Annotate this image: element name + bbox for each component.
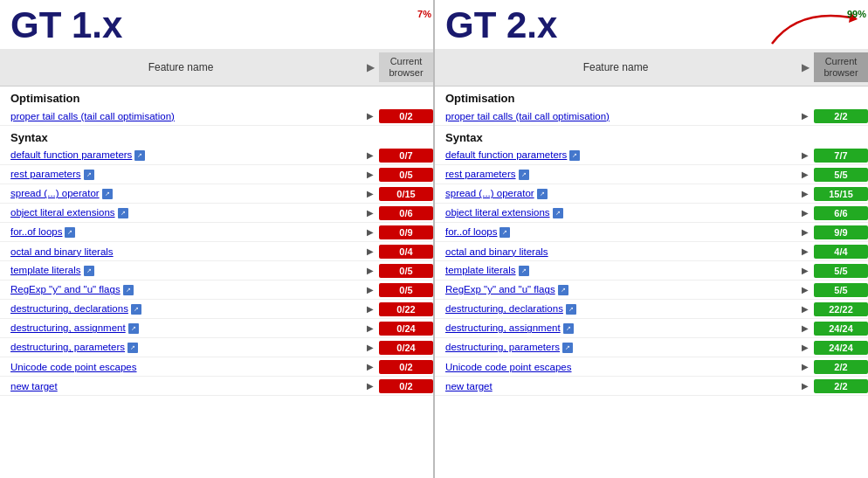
row-arrow-icon: ▶ [796, 189, 814, 198]
feature-label[interactable]: destructuring, declarations↗ [0, 301, 362, 316]
score-badge: 4/4 [814, 245, 868, 259]
table-row[interactable]: destructuring, declarations↗▶22/22 [435, 300, 868, 319]
row-arrow-icon: ▶ [362, 189, 379, 198]
table-row[interactable]: new target▶2/2 [435, 377, 868, 396]
feature-label[interactable]: object literal extensions↗ [0, 205, 362, 220]
feature-label[interactable]: destructuring, declarations↗ [435, 301, 796, 316]
row-arrow-icon: ▶ [796, 227, 814, 237]
right-table-header: Feature name ▶ Current browser [435, 49, 868, 87]
external-link-icon: ↗ [127, 343, 138, 353]
table-row[interactable]: default function parameters↗▶7/7 [435, 146, 868, 165]
table-row[interactable]: template literals↗▶5/5 [435, 261, 868, 281]
table-row[interactable]: octal and binary literals▶0/4 [0, 242, 433, 261]
left-title: GT 1.x [0, 0, 433, 47]
feature-label[interactable]: Unicode code point escapes [0, 360, 362, 374]
score-badge: 0/6 [379, 206, 433, 220]
row-arrow-icon: ▶ [796, 285, 814, 294]
feature-label[interactable]: proper tail calls (tail call optimisatio… [435, 109, 796, 123]
row-arrow-icon: ▶ [796, 150, 814, 160]
feature-label[interactable]: default function parameters↗ [0, 148, 362, 163]
table-row[interactable]: destructuring, assignment↗▶24/24 [435, 319, 868, 338]
table-row[interactable]: Unicode code point escapes▶2/2 [435, 357, 868, 377]
left-arrow-col-header: ▶ [362, 61, 379, 73]
feature-label[interactable]: destructuring, assignment↗ [0, 321, 362, 336]
row-arrow-icon: ▶ [362, 170, 379, 179]
feature-label[interactable]: Unicode code point escapes [435, 360, 796, 374]
table-row[interactable]: new target▶0/2 [0, 377, 433, 396]
feature-label[interactable]: new target [435, 379, 796, 393]
score-badge: 5/5 [814, 283, 868, 297]
feature-label[interactable]: proper tail calls (tail call optimisatio… [0, 109, 362, 123]
score-badge: 5/5 [814, 168, 868, 182]
table-row[interactable]: default function parameters↗▶0/7 [0, 146, 433, 165]
table-row[interactable]: destructuring, parameters↗▶24/24 [435, 338, 868, 357]
feature-label[interactable]: octal and binary literals [0, 245, 362, 259]
table-row[interactable]: destructuring, declarations↗▶0/22 [0, 300, 433, 319]
feature-label[interactable]: template literals↗ [0, 263, 362, 278]
table-row[interactable]: RegExp "y" and "u" flags↗▶0/5 [0, 281, 433, 300]
table-row[interactable]: spread (...) operator↗▶15/15 [435, 184, 868, 204]
table-row[interactable]: template literals↗▶0/5 [0, 261, 433, 281]
external-link-icon: ↗ [519, 170, 529, 180]
table-row[interactable]: rest parameters↗▶5/5 [435, 165, 868, 184]
table-row[interactable]: proper tail calls (tail call optimisatio… [435, 107, 868, 126]
table-row[interactable]: destructuring, parameters↗▶0/24 [0, 338, 433, 357]
table-row[interactable]: spread (...) operator↗▶0/15 [0, 184, 433, 204]
external-link-icon: ↗ [128, 323, 139, 334]
score-badge: 0/5 [379, 264, 433, 278]
external-link-icon: ↗ [519, 266, 529, 276]
row-arrow-icon: ▶ [362, 285, 379, 294]
feature-label[interactable]: default function parameters↗ [435, 148, 796, 163]
external-link-icon: ↗ [566, 304, 576, 315]
feature-label[interactable]: spread (...) operator↗ [0, 186, 362, 201]
table-row[interactable]: rest parameters↗▶0/5 [0, 165, 433, 184]
score-badge: 0/9 [379, 225, 433, 239]
left-table-header: Feature name ▶ Current browser [0, 49, 433, 87]
row-arrow-icon: ▶ [796, 304, 814, 314]
score-badge: 0/22 [379, 302, 433, 316]
right-section-syntax: Syntax [435, 126, 868, 146]
external-link-icon: ↗ [84, 170, 94, 180]
external-link-icon: ↗ [537, 189, 548, 199]
left-section-syntax: Syntax [0, 126, 433, 146]
feature-label[interactable]: rest parameters↗ [435, 167, 796, 182]
score-badge: 2/2 [814, 109, 868, 123]
feature-label[interactable]: RegExp "y" and "u" flags↗ [0, 282, 362, 297]
right-section-optimisation: Optimisation [435, 87, 868, 107]
score-badge: 0/5 [379, 283, 433, 297]
score-badge: 24/24 [814, 341, 868, 355]
score-badge: 0/2 [379, 360, 433, 374]
left-sections: Optimisationproper tail calls (tail call… [0, 87, 433, 396]
table-row[interactable]: destructuring, assignment↗▶0/24 [0, 319, 433, 338]
table-row[interactable]: object literal extensions↗▶0/6 [0, 204, 433, 223]
row-arrow-icon: ▶ [362, 266, 379, 275]
score-badge: 0/7 [379, 149, 433, 163]
feature-label[interactable]: destructuring, parameters↗ [435, 340, 796, 355]
row-arrow-icon: ▶ [362, 381, 379, 391]
feature-label[interactable]: destructuring, assignment↗ [435, 321, 796, 336]
table-row[interactable]: proper tail calls (tail call optimisatio… [0, 107, 433, 126]
feature-label[interactable]: template literals↗ [435, 263, 796, 278]
external-link-icon: ↗ [499, 227, 510, 238]
score-badge: 0/4 [379, 245, 433, 259]
table-row[interactable]: object literal extensions↗▶6/6 [435, 204, 868, 223]
external-link-icon: ↗ [65, 227, 75, 238]
feature-label[interactable]: spread (...) operator↗ [435, 186, 796, 201]
feature-label[interactable]: new target [0, 379, 362, 393]
feature-label[interactable]: for..of loops↗ [435, 225, 796, 239]
feature-label[interactable]: rest parameters↗ [0, 167, 362, 182]
feature-label[interactable]: destructuring, parameters↗ [0, 340, 362, 355]
feature-label[interactable]: RegExp "y" and "u" flags↗ [435, 282, 796, 297]
feature-label[interactable]: octal and binary literals [435, 245, 796, 259]
feature-label[interactable]: object literal extensions↗ [435, 205, 796, 220]
external-link-icon: ↗ [131, 304, 141, 315]
table-row[interactable]: for..of loops↗▶0/9 [0, 223, 433, 242]
feature-label[interactable]: for..of loops↗ [0, 225, 362, 239]
row-arrow-icon: ▶ [362, 208, 379, 218]
table-row[interactable]: for..of loops↗▶9/9 [435, 223, 868, 242]
table-row[interactable]: octal and binary literals▶4/4 [435, 242, 868, 261]
row-arrow-icon: ▶ [796, 111, 814, 121]
score-badge: 6/6 [814, 206, 868, 220]
table-row[interactable]: Unicode code point escapes▶0/2 [0, 357, 433, 377]
table-row[interactable]: RegExp "y" and "u" flags↗▶5/5 [435, 281, 868, 300]
